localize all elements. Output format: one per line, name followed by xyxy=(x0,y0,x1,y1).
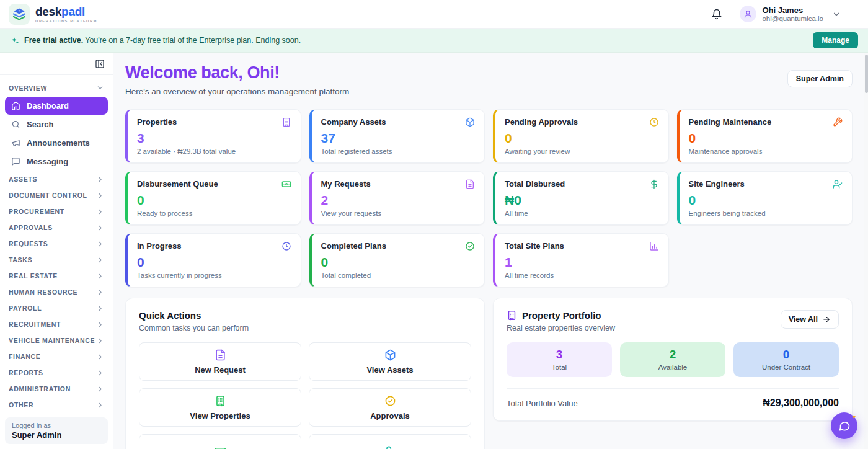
manage-button[interactable]: Manage xyxy=(813,32,858,48)
logged-in-role: Super Admin xyxy=(12,430,101,440)
stat-card-pending-maintenance[interactable]: Pending Maintenance 0 Maintenance approv… xyxy=(677,109,853,163)
sidebar-item-search[interactable]: Search xyxy=(5,115,108,133)
stat-card-subtitle: Tasks currently in progress xyxy=(137,272,291,279)
logged-in-box: Logged in as Super Admin xyxy=(5,417,108,444)
section-label: APPROVALS xyxy=(9,224,53,231)
stat-card-title: In Progress xyxy=(137,241,182,251)
brand-text: deskpadi OPERATIONS PLATFORM xyxy=(35,6,97,23)
chevron-right-icon xyxy=(96,256,104,264)
sidebar-item-announcements[interactable]: Announcements xyxy=(5,134,108,152)
user-menu[interactable]: Ohi James ohi@quantumica.io xyxy=(740,6,841,23)
chevron-right-icon xyxy=(96,176,104,184)
clock-icon xyxy=(649,117,659,127)
brand-wordmark: deskpadi xyxy=(35,6,97,17)
sidebar-section-assets[interactable]: ASSETS xyxy=(5,171,108,187)
portfolio-total-label: Total Portfolio Value xyxy=(507,399,578,408)
stat-card-value: 0 xyxy=(689,193,843,207)
chevron-right-icon xyxy=(96,192,104,200)
sidebar-section-human-resource[interactable]: HUMAN RESOURCE xyxy=(5,284,108,300)
sidebar-section-real-estate[interactable]: REAL ESTATE xyxy=(5,268,108,284)
sidebar-section-tasks[interactable]: TASKS xyxy=(5,252,108,268)
sidebar-section-procurement[interactable]: PROCUREMENT xyxy=(5,203,108,220)
view-all-label: View All xyxy=(789,315,818,324)
tile-label: Available xyxy=(658,363,687,371)
brand-tagline: OPERATIONS PLATFORM xyxy=(35,19,97,23)
section-label: DOCUMENT CONTROL xyxy=(9,192,87,199)
stat-card-total-site-plans[interactable]: Total Site Plans 1 All time records xyxy=(493,233,669,287)
bell-icon[interactable] xyxy=(711,9,722,20)
scrollbar-thumb[interactable] xyxy=(865,55,868,93)
quick-action-new-request[interactable]: New Request xyxy=(139,342,301,381)
stat-card-title: Site Engineers xyxy=(689,179,745,189)
section-label: REAL ESTATE xyxy=(9,272,58,280)
section-label: TASKS xyxy=(9,256,32,264)
quick-actions-panel: Quick Actions Common tasks you can perfo… xyxy=(125,298,485,449)
quick-action-label: View Assets xyxy=(366,365,413,375)
message-square-icon xyxy=(11,157,20,166)
stat-card-title: Total Disbursed xyxy=(505,179,565,189)
stat-card-in-progress[interactable]: In Progress 0 Tasks currently in progres… xyxy=(125,233,301,287)
sidebar-item-dashboard[interactable]: Dashboard xyxy=(5,97,108,115)
stat-card-subtitle: All time xyxy=(505,210,659,217)
stat-card-my-requests[interactable]: My Requests 2 View your requests xyxy=(309,171,485,225)
stat-card-subtitle: View your requests xyxy=(321,210,476,217)
stat-card-completed-plans[interactable]: Completed Plans 0 Total completed xyxy=(309,233,485,287)
sidebar-section-vehicle-maintenance[interactable]: VEHICLE MAINTENANCE xyxy=(5,332,108,349)
stat-card-disbursement-queue[interactable]: Disbursement Queue 0 Ready to process xyxy=(125,171,301,225)
section-label: HUMAN RESOURCE xyxy=(9,288,78,296)
user-email: ohi@quantumica.io xyxy=(762,15,823,22)
sidebar-section-administration[interactable]: ADMINISTRATION xyxy=(5,381,108,397)
sidebar-section-overview[interactable]: OVERVIEW xyxy=(5,78,108,97)
section-label: OVERVIEW xyxy=(9,84,47,92)
wrench-icon xyxy=(833,117,843,127)
section-label: FINANCE xyxy=(9,353,41,360)
stat-card-value: ₦0 xyxy=(505,193,659,207)
quick-action-banknote[interactable] xyxy=(139,434,301,449)
quick-action-view-properties[interactable]: View Properties xyxy=(139,388,301,427)
chevron-right-icon xyxy=(96,321,104,329)
sidebar-item-label: Search xyxy=(27,120,53,129)
stat-card-pending-approvals[interactable]: Pending Approvals 0 Awaiting your review xyxy=(493,109,669,163)
sidebar-section-approvals[interactable]: APPROVALS xyxy=(5,220,108,236)
scrollbar-track[interactable] xyxy=(864,53,868,449)
sidebar-section-recruitment[interactable]: RECRUITMENT xyxy=(5,316,108,332)
quick-action-approvals[interactable]: Approvals xyxy=(309,388,471,427)
quick-action-user-check[interactable] xyxy=(309,434,471,449)
chevron-right-icon xyxy=(96,369,104,377)
tile-label: Total xyxy=(552,363,567,371)
stat-card-site-engineers[interactable]: Site Engineers 0 Engineers being tracked xyxy=(677,171,853,225)
chevron-right-icon xyxy=(96,224,104,232)
tile-label: Under Contract xyxy=(762,363,810,371)
banknote-icon xyxy=(281,179,291,189)
file-text-icon xyxy=(465,179,475,189)
brand-logo[interactable]: deskpadi OPERATIONS PLATFORM xyxy=(9,4,97,25)
quick-action-view-assets[interactable]: View Assets xyxy=(309,342,471,381)
file-text-icon xyxy=(215,349,226,361)
sidebar-section-other[interactable]: OTHER xyxy=(5,397,108,412)
tile-value: 3 xyxy=(556,349,563,362)
sidebar-section-reports[interactable]: REPORTS xyxy=(5,365,108,381)
quick-actions-title: Quick Actions xyxy=(139,310,471,321)
stat-card-title: Total Site Plans xyxy=(505,241,564,251)
collapse-sidebar-icon[interactable] xyxy=(95,59,105,69)
stat-card-total-disbursed[interactable]: Total Disbursed ₦0 All time xyxy=(493,171,669,225)
sidebar-item-messaging[interactable]: Messaging xyxy=(5,153,108,171)
chevron-down-icon[interactable] xyxy=(832,10,841,19)
sidebar-section-document-control[interactable]: DOCUMENT CONTROL xyxy=(5,187,108,203)
sidebar-section-finance[interactable]: FINANCE xyxy=(5,349,108,365)
page-subtitle: Here's an overview of your operations ma… xyxy=(125,87,349,96)
stat-card-title: Company Assets xyxy=(321,117,386,127)
stat-card-title: My Requests xyxy=(321,179,371,189)
chevron-down-icon xyxy=(96,84,104,92)
chevron-right-icon xyxy=(96,385,104,393)
view-all-button[interactable]: View All xyxy=(781,310,839,329)
stat-card-company-assets[interactable]: Company Assets 37 Total registered asset… xyxy=(309,109,485,163)
sidebar-item-label: Announcements xyxy=(27,138,90,148)
stat-card-properties[interactable]: Properties 3 2 available · ₦29.3B total … xyxy=(125,109,301,163)
sidebar-section-requests[interactable]: REQUESTS xyxy=(5,236,108,252)
stat-card-value: 0 xyxy=(137,193,291,207)
building-icon xyxy=(215,395,226,407)
sidebar-section-payroll[interactable]: PAYROLL xyxy=(5,300,108,316)
section-label: PAYROLL xyxy=(9,305,42,312)
chat-fab[interactable]: ✦ xyxy=(831,412,857,439)
